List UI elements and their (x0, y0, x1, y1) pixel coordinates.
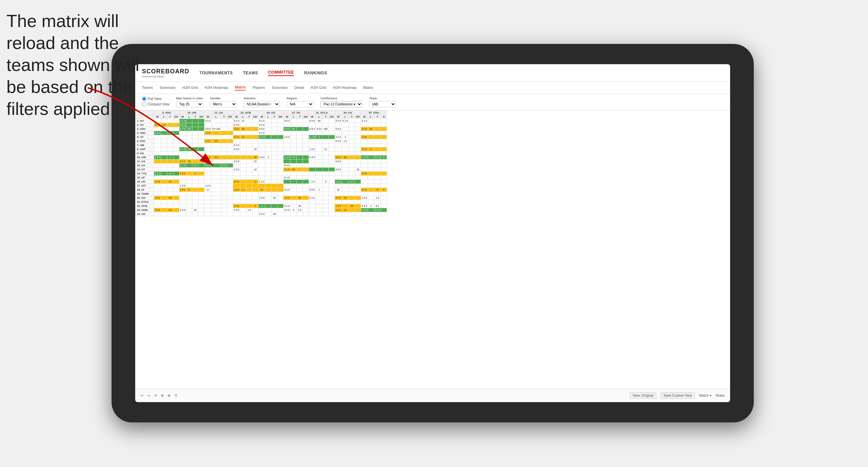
conference-filter: Conference Pac-12 Conference ▾ (All) Big… (320, 97, 362, 107)
matrix-cell (211, 204, 221, 208)
matrix-cell (284, 192, 291, 196)
matrix-cell (296, 200, 303, 204)
conference-select[interactable]: Pac-12 Conference ▾ (All) Big Ten ACC (320, 101, 362, 107)
matrix-cell (186, 184, 192, 188)
watch-btn[interactable]: Watch ▾ (699, 394, 712, 397)
matrix-cell (381, 159, 387, 164)
tab-summary[interactable]: Summary (160, 85, 175, 90)
matrix-cell (246, 139, 252, 143)
fit-btn[interactable]: ⊞ (168, 394, 170, 397)
matrix-cell (204, 196, 212, 200)
matrix-cell (361, 180, 368, 184)
matrix-cell (173, 135, 179, 139)
matrix-cell (167, 147, 173, 151)
matrix-cell: 32 (252, 155, 258, 159)
tab-detail[interactable]: Detail (294, 85, 304, 90)
gender-select[interactable]: Men's Women's (210, 101, 237, 107)
row-team-label: 6. FSU (136, 139, 154, 143)
row-team-label: 22. UCB (136, 204, 154, 208)
tab-h2h-heatmap[interactable]: H2H Heatmap (204, 85, 228, 90)
matrix-cell (278, 143, 284, 147)
matrix-cell: 0 0 0 (233, 159, 240, 164)
matrix-cell (342, 123, 349, 127)
tab-matrix[interactable]: Matrix (235, 85, 246, 91)
tab-players[interactable]: Players (252, 85, 265, 90)
matrix-cell (265, 204, 271, 208)
team-select[interactable]: (All) (369, 101, 396, 107)
matrix-cell (252, 196, 258, 200)
matrix-cell (186, 208, 192, 212)
matrix-cell (258, 192, 265, 196)
tab-h2h-grid2[interactable]: H2H Grid (311, 85, 326, 90)
nav-teams[interactable]: TEAMS (243, 71, 258, 75)
matrix-cell (179, 212, 186, 216)
matrix-cell (349, 176, 355, 180)
matrix-cell (221, 184, 227, 188)
matrix-cell (265, 119, 271, 123)
matrix-cell (355, 155, 361, 159)
matrix-cell (161, 135, 167, 139)
matrix-cell: 0 2 0 (361, 127, 368, 131)
zoom-btn[interactable]: ⊕ (161, 394, 164, 397)
share-btn[interactable]: Share (716, 394, 725, 397)
matrix-cell (309, 143, 316, 147)
tab-h2h-heatmap2[interactable]: H2H Heatmap (333, 85, 357, 90)
view-original-btn[interactable]: View: Original (630, 392, 657, 399)
matrix-cell (221, 159, 227, 164)
undo-btn[interactable]: ↩ (141, 394, 143, 397)
matrix-cell (240, 131, 246, 135)
matrix-cell (186, 196, 192, 200)
matrix-cell (192, 147, 198, 151)
nav-committee[interactable]: COMMITTEE (268, 70, 294, 76)
matrix-cell (271, 164, 278, 168)
max-teams-select[interactable]: Top 25 Top 10 Top 50 (176, 101, 203, 107)
region-select[interactable]: N/A East West (287, 101, 314, 107)
matrix-cell (381, 123, 387, 127)
nav-items: TOURNAMENTS TEAMS COMMITTEE RANKINGS (199, 70, 327, 76)
matrix-cell (154, 135, 161, 139)
nav-rankings[interactable]: RANKINGS (304, 71, 327, 75)
matrix-cell (186, 155, 192, 159)
region-label: Region (287, 97, 314, 100)
matrix-cell (271, 204, 278, 208)
matrix-cell (329, 212, 335, 216)
matrix-cell (252, 143, 258, 147)
row-team-label: 23. UNM (136, 208, 154, 212)
matrix-cell: 5 (374, 188, 381, 192)
matrix-cell (329, 151, 335, 155)
matrix-cell (342, 143, 349, 147)
matrix-cell (309, 159, 316, 164)
matrix-cell: 10 (221, 164, 227, 168)
division-select[interactable]: NCAA Division I NCAA Division II NCAA Di… (244, 101, 280, 107)
matrix-cell (173, 188, 179, 192)
nav-tournaments[interactable]: TOURNAMENTS (199, 71, 233, 75)
matrix-cell (233, 184, 240, 188)
row-team-label: 17. GIT (136, 184, 154, 188)
matrix-cell (329, 176, 335, 180)
matrix-cell (227, 180, 233, 184)
save-custom-btn[interactable]: Save Custom View (660, 392, 695, 399)
matrix-cell (233, 172, 240, 176)
clock-btn[interactable]: ⏱ (174, 394, 178, 397)
matrix-cell: 0 6 0 (309, 127, 316, 131)
refresh-btn[interactable]: ↺ (154, 394, 157, 397)
tab-h2h-grid[interactable]: H2H Grid (182, 85, 198, 90)
matrix-cell (211, 135, 221, 139)
matrix-cell (179, 151, 186, 155)
matrix-cell (322, 176, 329, 180)
matrix-cell (198, 196, 204, 200)
matrix-cell: 1 2 0 (361, 155, 368, 159)
matrix-cell (316, 168, 323, 172)
tab-matrix2[interactable]: Matrix (363, 85, 373, 90)
save-custom-label: Save Custom View (664, 394, 692, 397)
redo-btn[interactable]: ↪ (147, 394, 150, 397)
matrix-cell (252, 172, 258, 176)
matrix-area[interactable]: 3. ASU 10. UW 11. UA 22. UCB 24. UO 27. … (135, 110, 730, 389)
matrix-cell (211, 180, 221, 184)
matrix-cell (303, 176, 309, 180)
matrix-cell (240, 184, 246, 188)
matrix-cell (374, 119, 381, 123)
matrix-cell: 35 (211, 139, 221, 143)
matrix-cell (349, 159, 355, 164)
tab-summary2[interactable]: Summary (272, 85, 288, 90)
